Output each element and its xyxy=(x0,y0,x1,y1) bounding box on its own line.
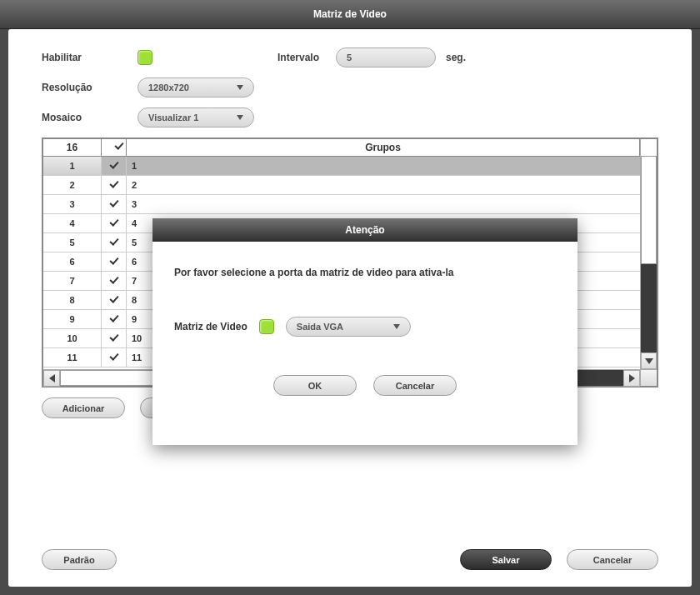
check-icon xyxy=(109,276,119,286)
row-check[interactable] xyxy=(102,176,127,195)
row-number: 8 xyxy=(43,291,102,310)
interval-input[interactable]: 5 xyxy=(336,48,436,68)
scroll-right-button[interactable] xyxy=(623,370,640,387)
dialog-output-value: Saida VGA xyxy=(297,322,343,332)
check-icon xyxy=(109,257,119,267)
dialog-message: Por favor selecione a porta da matriz de… xyxy=(174,267,556,278)
add-button[interactable]: Adicionar xyxy=(42,398,125,418)
row-check[interactable] xyxy=(102,252,127,272)
window-title: Matriz de Video xyxy=(0,0,700,29)
dialog-ok-button[interactable]: OK xyxy=(273,375,357,396)
chevron-down-icon xyxy=(237,115,243,120)
dialog-title: Atenção xyxy=(152,218,578,242)
save-button[interactable]: Salvar xyxy=(460,549,552,570)
scroll-left-button[interactable] xyxy=(43,370,60,387)
row-number: 9 xyxy=(43,310,102,329)
chevron-down-icon xyxy=(393,324,400,329)
check-icon xyxy=(109,295,119,305)
row-group: 1 xyxy=(127,157,657,176)
check-icon xyxy=(109,180,119,190)
row-check[interactable] xyxy=(102,329,127,348)
row-number: 11 xyxy=(43,348,102,368)
chevron-left-icon xyxy=(49,374,55,382)
mosaic-value: Visualizar 1 xyxy=(148,112,198,122)
resolution-label: Resolução xyxy=(42,82,138,93)
row-number: 7 xyxy=(43,272,102,291)
row-check[interactable] xyxy=(102,272,127,291)
check-icon xyxy=(109,238,119,248)
dialog-matrix-label: Matriz de Video xyxy=(174,321,248,332)
row-number: 10 xyxy=(43,329,102,348)
row-check[interactable] xyxy=(102,195,127,214)
enable-label: Habilitar xyxy=(42,52,138,63)
check-icon xyxy=(109,333,119,343)
enable-checkbox[interactable] xyxy=(138,50,152,65)
dialog-cancel-button[interactable]: Cancelar xyxy=(373,375,457,396)
video-matrix-window: Matriz de Video Habilitar Intervalo 5 se… xyxy=(0,0,700,595)
row-check[interactable] xyxy=(102,233,127,252)
row-number: 3 xyxy=(43,195,102,214)
check-icon xyxy=(109,314,119,324)
row-number: 6 xyxy=(43,252,102,272)
row-number: 5 xyxy=(43,233,102,252)
row-check[interactable] xyxy=(102,214,127,233)
check-icon xyxy=(109,161,119,171)
chevron-down-icon xyxy=(645,358,653,364)
table-row[interactable]: 11 xyxy=(43,157,657,176)
col-header-groups[interactable]: Grupos xyxy=(127,139,640,157)
row-number: 1 xyxy=(43,157,102,176)
col-header-check[interactable] xyxy=(102,139,127,157)
dialog-matrix-checkbox[interactable] xyxy=(259,319,274,334)
row-group: 2 xyxy=(127,176,657,195)
dialog-output-select[interactable]: Saida VGA xyxy=(286,317,411,337)
mosaic-label: Mosaico xyxy=(42,112,138,123)
row-check[interactable] xyxy=(102,348,127,368)
cancel-button[interactable]: Cancelar xyxy=(567,549,658,570)
default-button[interactable]: Padrão xyxy=(42,549,117,570)
attention-dialog: Atenção Por favor selecione a porta da m… xyxy=(152,218,578,445)
row-number: 4 xyxy=(43,214,102,233)
mosaic-select[interactable]: Visualizar 1 xyxy=(138,108,254,128)
table-row[interactable]: 22 xyxy=(43,176,657,195)
col-header-count[interactable]: 16 xyxy=(43,139,102,157)
interval-label: Intervalo xyxy=(278,52,336,63)
row-check[interactable] xyxy=(102,310,127,329)
check-icon xyxy=(109,218,119,228)
scroll-down-button[interactable] xyxy=(641,352,657,369)
vertical-scrollbar-thumb[interactable] xyxy=(641,156,657,264)
row-check[interactable] xyxy=(102,291,127,310)
row-check[interactable] xyxy=(102,157,127,176)
resolution-select[interactable]: 1280x720 xyxy=(138,78,254,98)
row-group: 3 xyxy=(127,195,657,214)
interval-suffix: seg. xyxy=(446,52,466,63)
row-number: 2 xyxy=(43,176,102,195)
window-body: Habilitar Intervalo 5 seg. Resolução 128… xyxy=(8,29,692,587)
chevron-down-icon xyxy=(237,85,243,90)
check-icon xyxy=(109,352,119,362)
vertical-scrollbar[interactable] xyxy=(640,139,657,369)
table-row[interactable]: 33 xyxy=(43,195,657,214)
chevron-right-icon xyxy=(629,374,635,382)
check-icon xyxy=(109,199,119,209)
resolution-value: 1280x720 xyxy=(148,82,189,92)
scrollbar-corner xyxy=(640,369,657,386)
